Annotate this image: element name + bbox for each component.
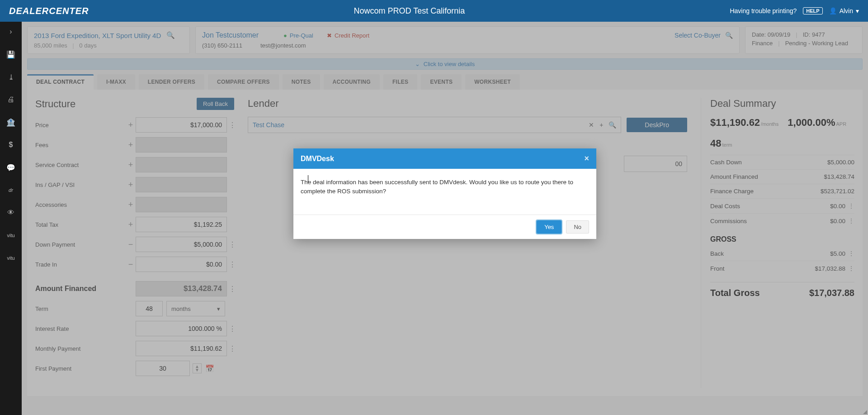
help-badge[interactable]: HELP xyxy=(803,7,822,14)
modal-title: DMVDesk xyxy=(301,155,334,163)
top-bar: DEALERCENTER Nowcom PROD Test California… xyxy=(0,0,868,22)
yes-button[interactable]: Yes xyxy=(537,220,561,234)
modal-overlay: DMVDesk × The deal information has been … xyxy=(22,22,868,415)
no-button[interactable]: No xyxy=(566,220,589,234)
user-icon: 👤 xyxy=(829,7,837,14)
left-rail: › 💾 ⤓ 🖨 🏦 $ 💬 dr 👁 vitu vitu xyxy=(0,22,22,415)
text-cursor xyxy=(308,175,308,182)
close-icon[interactable]: × xyxy=(584,154,589,163)
org-title: Nowcom PROD Test California xyxy=(89,6,730,16)
rail-vitu2[interactable]: vitu xyxy=(0,251,22,265)
rail-eye-icon[interactable]: 👁 xyxy=(0,205,22,220)
rail-expand[interactable]: › xyxy=(0,24,22,39)
trouble-printing-link[interactable]: Having trouble printing? xyxy=(730,7,797,14)
modal-body: The deal information has been successful… xyxy=(301,179,573,195)
rail-export-icon[interactable]: ⤓ xyxy=(0,70,22,84)
rail-chat-icon[interactable]: 💬 xyxy=(0,160,22,175)
rail-print-icon[interactable]: 🖨 xyxy=(0,92,22,107)
rail-dollar-icon[interactable]: $ xyxy=(0,138,22,152)
rail-bank-icon[interactable]: 🏦 xyxy=(0,115,22,129)
rail-save-icon[interactable]: 💾 xyxy=(0,47,22,62)
rail-dr-icon[interactable]: dr xyxy=(0,183,22,197)
dmvdesk-modal: DMVDesk × The deal information has been … xyxy=(293,148,596,239)
logo: DEALERCENTER xyxy=(9,6,89,16)
chevron-down-icon: ▾ xyxy=(856,7,859,14)
user-name: Alvin xyxy=(840,7,853,14)
main-area: 2013 Ford Expedition, XLT Sport Utility … xyxy=(22,22,868,415)
rail-vitu1[interactable]: vitu xyxy=(0,228,22,243)
user-menu[interactable]: 👤 Alvin ▾ xyxy=(829,7,859,14)
scroll-indicator[interactable] xyxy=(863,410,867,414)
